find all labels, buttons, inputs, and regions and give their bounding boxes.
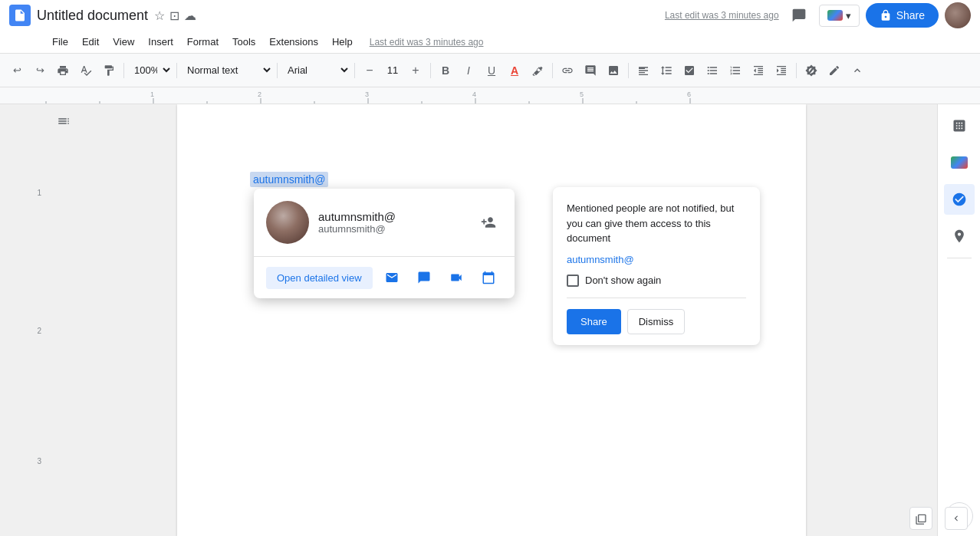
paint-format-button[interactable] <box>98 60 120 81</box>
font-select[interactable]: Arial Times New Roman Georgia <box>281 62 350 78</box>
spell-check-button[interactable] <box>75 60 97 81</box>
line-spacing-button[interactable] <box>656 60 677 81</box>
user-avatar[interactable] <box>945 2 971 28</box>
align-button[interactable] <box>633 60 654 81</box>
open-detailed-view-button[interactable]: Open detailed view <box>266 267 373 289</box>
image-toolbar-button[interactable] <box>603 60 624 81</box>
style-select[interactable]: Normal text Heading 1 Heading 2 <box>181 62 273 78</box>
print-button[interactable] <box>52 60 74 81</box>
doc-area: autumnsmith@ autumnsmith@ autumnsmith@ <box>46 104 937 536</box>
cloud-icon[interactable]: ☁ <box>184 8 196 23</box>
font-size-group: − + <box>359 60 426 81</box>
share-label: Share <box>896 9 925 21</box>
increase-font-button[interactable]: + <box>405 60 426 81</box>
checklist-button[interactable] <box>679 60 700 81</box>
menu-extensions[interactable]: Extensions <box>263 33 324 51</box>
comment-button[interactable] <box>785 2 813 29</box>
collapse-toolbar-button[interactable] <box>847 60 868 81</box>
mention-text[interactable]: autumnsmith@ <box>250 172 328 187</box>
doc-title[interactable]: Untitled document <box>37 8 148 24</box>
docs-logo[interactable] <box>9 5 31 26</box>
margin-num-2: 2 <box>37 327 41 335</box>
font-color-button[interactable]: A <box>504 60 525 81</box>
hover-card-bottom: Open detailed view <box>254 256 515 298</box>
svg-text:5: 5 <box>580 90 584 98</box>
hc-add-person-button[interactable] <box>475 209 502 236</box>
bullet-list-button[interactable] <box>702 60 723 81</box>
increase-indent-button[interactable] <box>771 60 792 81</box>
title-bar: Untitled document ☆ ⊡ ☁ Last edit was 3 … <box>0 0 980 31</box>
toolbar-divider-8 <box>796 63 797 78</box>
clear-format-button[interactable] <box>801 60 822 81</box>
toolbar-divider-2 <box>176 63 177 78</box>
hover-card-top: autumnsmith@ autumnsmith@ <box>254 189 515 256</box>
dont-show-row: Don't show again <box>567 275 746 298</box>
bold-button[interactable]: B <box>435 60 456 81</box>
decrease-indent-button[interactable] <box>748 60 769 81</box>
editing-mode-button[interactable] <box>824 60 845 81</box>
share-button[interactable]: Share <box>866 3 939 28</box>
menu-help[interactable]: Help <box>326 33 359 51</box>
notif-share-button[interactable]: Share <box>567 309 621 334</box>
star-icon[interactable]: ☆ <box>154 8 165 23</box>
font-size-input[interactable] <box>381 63 404 77</box>
notif-text: Mentioned people are not notified, but y… <box>567 201 746 246</box>
expand-button[interactable] <box>909 507 932 530</box>
title-icons: ☆ ⊡ ☁ <box>154 8 196 23</box>
ruler: 1 2 3 4 5 6 <box>0 87 980 104</box>
comment-toolbar-button[interactable] <box>580 60 601 81</box>
underline-button[interactable]: U <box>481 60 502 81</box>
hc-email: autumnsmith@ <box>318 223 465 235</box>
notif-email-link[interactable]: autumnsmith@ <box>567 254 746 265</box>
toolbar-divider-7 <box>628 63 629 78</box>
outline-button[interactable] <box>52 110 75 132</box>
hc-chat-button[interactable] <box>411 265 437 291</box>
redo-button[interactable]: ↪ <box>29 60 51 81</box>
menu-view[interactable]: View <box>107 33 140 51</box>
folder-icon[interactable]: ⊡ <box>169 8 179 23</box>
hc-avatar <box>266 201 309 244</box>
dont-show-checkbox[interactable] <box>567 275 579 287</box>
ruler-content: 1 2 3 4 5 6 <box>0 87 980 104</box>
zoom-select[interactable]: 100% 75% 150% <box>128 62 173 78</box>
left-margin: 1 2 3 <box>0 104 46 536</box>
margin-num-3: 3 <box>37 457 41 465</box>
svg-text:6: 6 <box>687 90 691 98</box>
link-button[interactable] <box>557 60 578 81</box>
hc-calendar-button[interactable] <box>475 265 502 291</box>
notif-dismiss-button[interactable]: Dismiss <box>627 309 686 334</box>
meet-button[interactable]: ▾ <box>819 5 860 27</box>
italic-button[interactable]: I <box>458 60 479 81</box>
notification-card: Mentioned people are not notified, but y… <box>553 187 760 345</box>
hc-email-button[interactable] <box>379 265 405 291</box>
toolbar-divider-1 <box>123 63 124 78</box>
last-edit-menu[interactable]: Last edit was 3 minutes ago <box>370 37 484 48</box>
svg-text:1: 1 <box>150 90 154 98</box>
sidebar-maps-icon[interactable] <box>944 221 975 252</box>
menu-file[interactable]: File <box>46 33 74 51</box>
hc-video-button[interactable] <box>443 265 469 291</box>
hc-name: autumnsmith@ <box>318 210 465 223</box>
numbered-list-button[interactable] <box>725 60 746 81</box>
collapse-right-button[interactable] <box>945 507 968 530</box>
toolbar: ↩ ↪ 100% 75% 150% Normal text Heading 1 … <box>0 54 980 87</box>
main-area: 1 2 3 autumnsmith@ autumnsmith@ autumnsm… <box>0 104 980 536</box>
decrease-font-button[interactable]: − <box>359 60 380 81</box>
hover-card: autumnsmith@ autumnsmith@ Open detailed … <box>254 189 515 298</box>
avatar-image <box>945 2 971 28</box>
menu-edit[interactable]: Edit <box>76 33 105 51</box>
margin-num-1: 1 <box>37 189 41 197</box>
sidebar-tasks-icon[interactable] <box>944 184 975 215</box>
menu-format[interactable]: Format <box>181 33 225 51</box>
undo-button[interactable]: ↩ <box>6 60 28 81</box>
right-sidebar: + <box>937 104 980 536</box>
menu-tools[interactable]: Tools <box>226 33 261 51</box>
svg-text:2: 2 <box>258 90 261 98</box>
menu-insert[interactable]: Insert <box>142 33 179 51</box>
sidebar-meet-icon[interactable] <box>944 147 975 178</box>
doc-page[interactable]: autumnsmith@ autumnsmith@ autumnsmith@ <box>177 104 806 536</box>
highlight-button[interactable] <box>527 60 548 81</box>
sidebar-sheets-icon[interactable] <box>944 110 975 141</box>
title-right: Last edit was 3 minutes ago ▾ Share <box>656 2 971 29</box>
last-edit-text[interactable]: Last edit was 3 minutes ago <box>665 10 779 21</box>
